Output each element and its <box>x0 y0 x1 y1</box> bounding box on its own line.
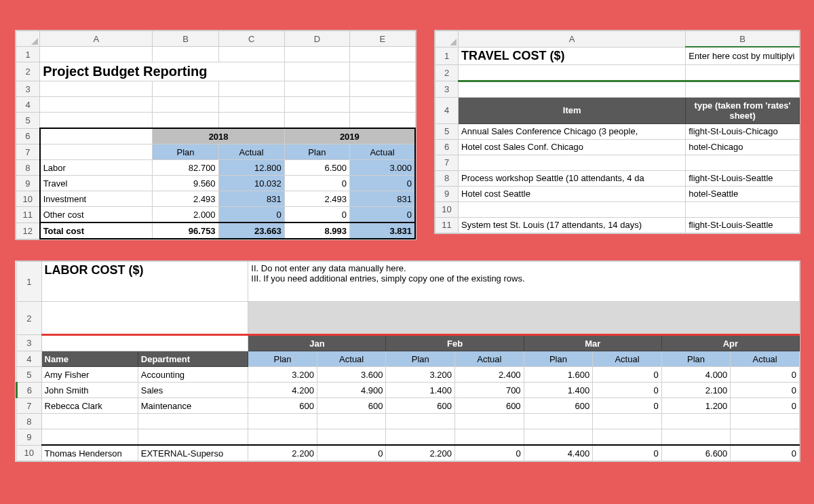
plan-2019: Plan <box>284 144 349 160</box>
labor-instructions: II. Do not enter any data manually here.… <box>248 262 800 302</box>
table-row: 5 Annual Sales Conference Chicago (3 peo… <box>435 123 800 139</box>
row-1[interactable]: 1 <box>17 262 42 302</box>
col-A[interactable]: A <box>459 31 686 47</box>
head-name: Name <box>41 351 138 367</box>
row-label[interactable]: Travel <box>40 176 153 191</box>
head-type: type (taken from 'rates' sheet) <box>686 97 800 123</box>
col-B[interactable]: B <box>153 31 218 47</box>
labor-title: LABOR COST ($) <box>41 262 248 302</box>
travel-panel: A B 1 TRAVEL COST ($) Enter here cost by… <box>434 30 800 234</box>
row-label[interactable]: Investment <box>40 191 153 207</box>
table-row: 6 Hotel cost Sales Conf. Chicago hotel-C… <box>435 139 800 155</box>
table-row: 9 Hotel cost Seattle hotel-Seattle <box>435 186 800 201</box>
year-2018: 2018 <box>153 128 284 144</box>
row-12[interactable]: 12 <box>16 222 40 239</box>
travel-hint[interactable]: Enter here cost by multiplyi <box>686 47 800 64</box>
labor-panel: 1 LABOR COST ($) II. Do not enter any da… <box>15 260 800 462</box>
travel-grid[interactable]: A B 1 TRAVEL COST ($) Enter here cost by… <box>435 31 800 233</box>
row-label[interactable]: Other cost <box>40 207 153 223</box>
plan-2018: Plan <box>153 144 218 160</box>
table-row: 8 Process workshop Seattle (10 attendant… <box>435 170 800 186</box>
month-apr: Apr <box>661 335 799 351</box>
table-row: 11 Other cost 2.000 0 0 0 <box>16 207 416 223</box>
month-mar: Mar <box>524 335 661 351</box>
row-6[interactable]: 6 <box>16 128 40 144</box>
budget-panel: A B C D E 1 2 Project Budget Reporting 3… <box>15 30 416 240</box>
row-4[interactable]: 4 <box>435 97 459 123</box>
instr-line-1: II. Do not enter any data manually here. <box>251 263 406 273</box>
table-row: 10 Investment 2.493 831 2.493 831 <box>16 191 416 207</box>
table-row: 10 Thomas Henderson EXTERNAL-Superso 2.2… <box>17 445 800 461</box>
row-7[interactable]: 7 <box>16 144 40 160</box>
month-jan: Jan <box>248 335 386 351</box>
actual-head: Actual <box>317 351 386 367</box>
table-row: 8 Labor 82.700 12.800 6.500 3.000 <box>16 160 416 176</box>
row-3[interactable]: 3 <box>17 335 42 351</box>
row-2[interactable]: 2 <box>16 62 40 81</box>
budget-grid[interactable]: A B C D E 1 2 Project Budget Reporting 3… <box>16 31 416 239</box>
total-label[interactable]: Total cost <box>40 222 153 239</box>
col-A[interactable]: A <box>40 31 153 47</box>
row-8[interactable]: 8 <box>16 160 40 176</box>
select-all-corner[interactable] <box>16 31 40 47</box>
head-dept: Department <box>138 351 248 367</box>
row-1[interactable]: 1 <box>435 47 459 64</box>
table-row-total: 12 Total cost 96.753 23.663 8.993 3.831 <box>16 222 416 239</box>
row-2[interactable]: 2 <box>435 64 459 81</box>
col-B-selected[interactable]: B <box>686 31 800 47</box>
table-row: 9 <box>17 429 800 446</box>
row-3[interactable]: 3 <box>435 81 459 97</box>
table-row: 5 Amy Fisher Accounting 3.2003.600 3.200… <box>17 367 800 383</box>
row-4[interactable]: 4 <box>17 351 42 367</box>
actual-2018: Actual <box>218 144 284 160</box>
row-3[interactable]: 3 <box>16 81 40 97</box>
table-row: 11 System test St. Louis (17 attendants,… <box>435 217 800 233</box>
actual-2019: Actual <box>350 144 415 160</box>
col-D[interactable]: D <box>284 31 349 47</box>
plan-head: Plan <box>248 351 317 367</box>
table-row: 9 Travel 9.560 10.032 0 0 <box>16 176 416 191</box>
row-1[interactable]: 1 <box>16 47 40 62</box>
month-feb: Feb <box>386 335 524 351</box>
labor-grid[interactable]: 1 LABOR COST ($) II. Do not enter any da… <box>16 261 800 461</box>
row-2[interactable]: 2 <box>17 302 42 335</box>
table-row: 7 <box>435 155 800 170</box>
table-row: 7 Rebecca Clark Maintenance 600600 60060… <box>17 398 800 414</box>
col-E[interactable]: E <box>350 31 415 47</box>
row-label[interactable]: Labor <box>40 160 153 176</box>
table-row: 10 <box>435 201 800 217</box>
row-10[interactable]: 10 <box>16 191 40 207</box>
table-row: 8 <box>17 414 800 429</box>
row-11[interactable]: 11 <box>16 207 40 223</box>
row-9[interactable]: 9 <box>16 176 40 191</box>
table-row: 6 John Smith Sales 4.2004.900 1.400700 1… <box>17 383 800 398</box>
row-5[interactable]: 5 <box>16 113 40 129</box>
head-item: Item <box>459 97 686 123</box>
row-4[interactable]: 4 <box>16 97 40 113</box>
select-all-corner[interactable] <box>435 31 459 47</box>
travel-title: TRAVEL COST ($) <box>459 47 686 64</box>
page-title: Project Budget Reporting <box>40 62 285 81</box>
col-C[interactable]: C <box>218 31 284 47</box>
year-2019: 2019 <box>284 128 415 144</box>
instr-line-2: III. If you need additional entries, sim… <box>251 273 524 284</box>
